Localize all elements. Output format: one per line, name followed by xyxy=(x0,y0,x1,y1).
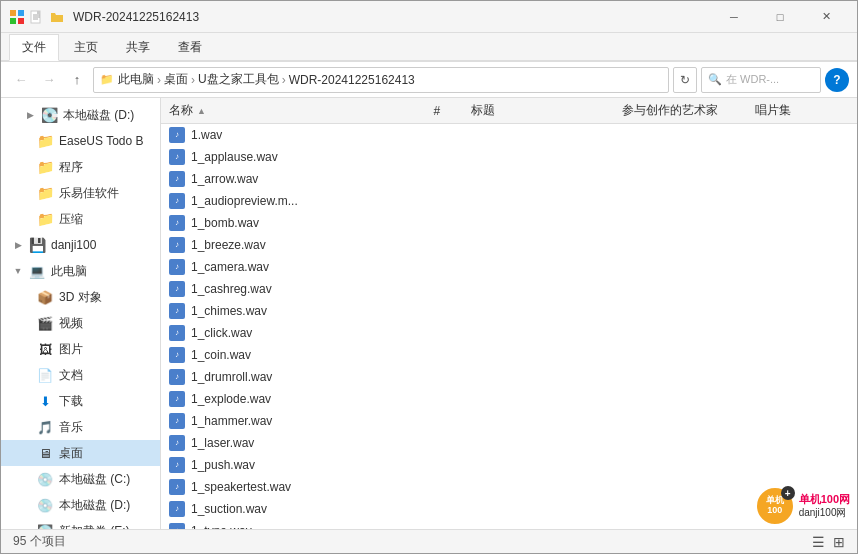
sidebar-label-danji100: danji100 xyxy=(51,238,96,252)
minimize-button[interactable]: ─ xyxy=(711,1,757,33)
audio-file-icon: ♪ xyxy=(169,413,185,429)
file-name-6: ♪ 1_camera.wav xyxy=(169,259,433,275)
file-row[interactable]: ♪ 1_bomb.wav xyxy=(161,212,857,234)
svg-rect-2 xyxy=(10,18,16,24)
file-row[interactable]: ♪ 1_type.wav xyxy=(161,520,857,529)
breadcrumb-desktop[interactable]: 桌面 xyxy=(164,71,188,88)
image-icon: 🖼 xyxy=(37,341,53,357)
audio-file-icon: ♪ xyxy=(169,171,185,187)
file-row[interactable]: ♪ 1.wav xyxy=(161,124,857,146)
file-row[interactable]: ♪ 1_arrow.wav xyxy=(161,168,857,190)
file-row[interactable]: ♪ 1_push.wav xyxy=(161,454,857,476)
sidebar-item-easeus[interactable]: 📁 EaseUS Todo B xyxy=(1,128,160,154)
file-row[interactable]: ♪ 1_chimes.wav xyxy=(161,300,857,322)
sidebar-label-3d: 3D 对象 xyxy=(59,289,102,306)
close-button[interactable]: ✕ xyxy=(803,1,849,33)
file-row[interactable]: ♪ 1_explode.wav xyxy=(161,388,857,410)
sidebar-label-downloads: 下载 xyxy=(59,393,83,410)
file-row[interactable]: ♪ 1_speakertest.wav xyxy=(161,476,857,498)
sidebar-item-danji100[interactable]: ▶ 💾 danji100 xyxy=(1,232,160,258)
file-row[interactable]: ♪ 1_camera.wav xyxy=(161,256,857,278)
breadcrumb-current[interactable]: WDR-20241225162413 xyxy=(289,73,415,87)
refresh-button[interactable]: ↻ xyxy=(673,67,697,93)
file-row[interactable]: ♪ 1_applause.wav xyxy=(161,146,857,168)
watermark-plus: + xyxy=(781,486,795,500)
sidebar-item-drive-c[interactable]: 💿 本地磁盘 (C:) xyxy=(1,466,160,492)
file-row[interactable]: ♪ 1_coin.wav xyxy=(161,344,857,366)
window-title: WDR-20241225162413 xyxy=(73,10,711,24)
file-name-0: ♪ 1.wav xyxy=(169,127,433,143)
file-row[interactable]: ♪ 1_audiopreview.m... xyxy=(161,190,857,212)
title-bar: WDR-20241225162413 ─ □ ✕ xyxy=(1,1,857,33)
file-row[interactable]: ♪ 1_suction.wav xyxy=(161,498,857,520)
col-header-num[interactable]: # xyxy=(433,104,471,118)
file-name-12: ♪ 1_explode.wav xyxy=(169,391,433,407)
tab-view[interactable]: 查看 xyxy=(165,34,215,60)
file-name-7: ♪ 1_cashreg.wav xyxy=(169,281,433,297)
file-name-4: ♪ 1_bomb.wav xyxy=(169,215,433,231)
up-button[interactable]: ↑ xyxy=(65,68,89,92)
detail-view-icon[interactable]: ⊞ xyxy=(833,534,845,550)
breadcrumb-computer[interactable]: 此电脑 xyxy=(118,71,154,88)
breadcrumb-toolkit[interactable]: U盘之家工具包 xyxy=(198,71,279,88)
doc-icon: 📄 xyxy=(37,367,53,383)
back-button[interactable]: ← xyxy=(9,68,33,92)
col-header-title[interactable]: 标题 xyxy=(471,102,622,119)
sidebar-item-drive-e[interactable]: 💽 新加载卷 (E:) xyxy=(1,518,160,529)
sidebar-label-leyijia: 乐易佳软件 xyxy=(59,185,119,202)
drive-d-icon: 💽 xyxy=(41,107,57,123)
list-view-icon[interactable]: ☰ xyxy=(812,534,825,550)
watermark: 单机100 + 单机100网 danji100网 xyxy=(755,486,850,526)
search-box[interactable]: 🔍 在 WDR-... xyxy=(701,67,821,93)
col-header-artist[interactable]: 参与创作的艺术家 xyxy=(622,102,754,119)
sidebar-label-drive-d2: 本地磁盘 (D:) xyxy=(59,497,130,514)
help-button[interactable]: ? xyxy=(825,68,849,92)
file-row[interactable]: ♪ 1_cashreg.wav xyxy=(161,278,857,300)
sidebar-item-compress[interactable]: 📁 压缩 xyxy=(1,206,160,232)
sidebar-item-video[interactable]: 🎬 视频 xyxy=(1,310,160,336)
maximize-button[interactable]: □ xyxy=(757,1,803,33)
search-placeholder: 在 WDR-... xyxy=(726,72,779,87)
watermark-text: 单机100网 danji100网 xyxy=(799,493,850,518)
folder-icon-leyijia: 📁 xyxy=(37,185,53,201)
tab-home[interactable]: 主页 xyxy=(61,34,111,60)
sidebar-item-desktop[interactable]: 🖥 桌面 xyxy=(1,440,160,466)
audio-file-icon: ♪ xyxy=(169,259,185,275)
sidebar-item-programs[interactable]: 📁 程序 xyxy=(1,154,160,180)
sidebar-item-downloads[interactable]: ⬇ 下载 xyxy=(1,388,160,414)
col-header-album[interactable]: 唱片集 xyxy=(755,102,849,119)
col-header-name[interactable]: 名称 ▲ xyxy=(169,102,433,119)
file-row[interactable]: ♪ 1_laser.wav xyxy=(161,432,857,454)
tab-share[interactable]: 共享 xyxy=(113,34,163,60)
sidebar-item-drive-d2[interactable]: 💿 本地磁盘 (D:) xyxy=(1,492,160,518)
audio-file-icon: ♪ xyxy=(169,325,185,341)
audio-file-icon: ♪ xyxy=(169,391,185,407)
sidebar-item-images[interactable]: 🖼 图片 xyxy=(1,336,160,362)
sidebar-label-images: 图片 xyxy=(59,341,83,358)
sidebar-item-music[interactable]: 🎵 音乐 xyxy=(1,414,160,440)
title-folder-icon xyxy=(49,9,65,25)
audio-file-icon: ♪ xyxy=(169,127,185,143)
sidebar-label-programs: 程序 xyxy=(59,159,83,176)
sidebar-item-docs[interactable]: 📄 文档 xyxy=(1,362,160,388)
svg-rect-1 xyxy=(18,10,24,16)
file-name-1: ♪ 1_applause.wav xyxy=(169,149,433,165)
sidebar-item-3d[interactable]: 📦 3D 对象 xyxy=(1,284,160,310)
audio-file-icon: ♪ xyxy=(169,347,185,363)
window-icon xyxy=(9,9,25,25)
sidebar-item-leyijia[interactable]: 📁 乐易佳软件 xyxy=(1,180,160,206)
audio-file-icon: ♪ xyxy=(169,303,185,319)
file-row[interactable]: ♪ 1_breeze.wav xyxy=(161,234,857,256)
sidebar-item-thispc[interactable]: ▼ 💻 此电脑 xyxy=(1,258,160,284)
tab-file[interactable]: 文件 xyxy=(9,34,59,61)
breadcrumb[interactable]: 📁 此电脑 › 桌面 › U盘之家工具包 › WDR-2024122516241… xyxy=(93,67,669,93)
file-row[interactable]: ♪ 1_drumroll.wav xyxy=(161,366,857,388)
file-name-17: ♪ 1_suction.wav xyxy=(169,501,433,517)
file-row[interactable]: ♪ 1_click.wav xyxy=(161,322,857,344)
file-name-8: ♪ 1_chimes.wav xyxy=(169,303,433,319)
file-name-9: ♪ 1_click.wav xyxy=(169,325,433,341)
sidebar-item-local-d[interactable]: ▶ 💽 本地磁盘 (D:) xyxy=(1,102,160,128)
video-icon: 🎬 xyxy=(37,315,53,331)
forward-button[interactable]: → xyxy=(37,68,61,92)
file-row[interactable]: ♪ 1_hammer.wav xyxy=(161,410,857,432)
